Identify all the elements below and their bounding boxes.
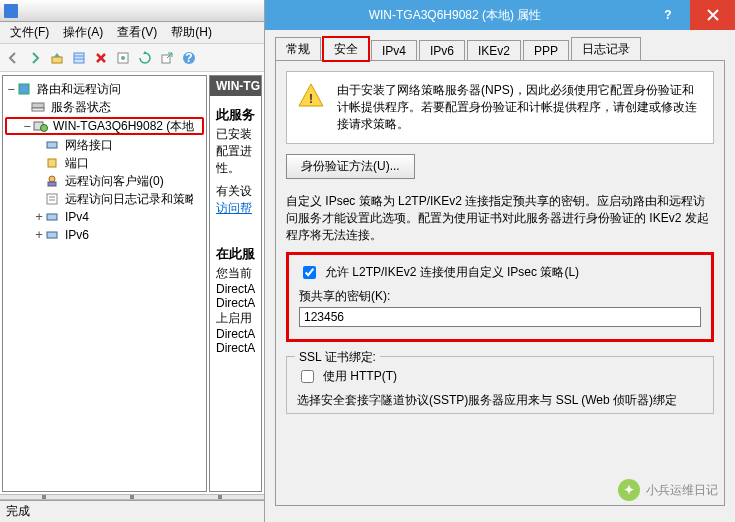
svg-rect-18 <box>47 194 57 204</box>
detail-line: DirectA <box>216 327 255 341</box>
tree-ipv6[interactable]: + IPv6 <box>5 226 204 244</box>
tree-server-status[interactable]: 服务器状态 <box>5 98 204 116</box>
tree-ras-clients[interactable]: 远程访问客户端(0) <box>5 172 204 190</box>
tree-label: IPv4 <box>63 210 91 224</box>
detail-pane: WIN-TG 此服务 已安装 配置进 性。 有关设 访问帮 在此服 您当前 Di… <box>209 75 262 492</box>
svg-rect-21 <box>47 214 57 220</box>
tab-panel-security: ! 由于安装了网络策略服务器(NPS)，因此必须使用它配置身份验证和计帐提供程序… <box>275 60 725 506</box>
mmc-window: 文件(F) 操作(A) 查看(V) 帮助(H) ? − 路由和远程访问 <box>0 0 265 522</box>
svg-rect-0 <box>52 57 62 63</box>
detail-title: WIN-TG <box>210 76 261 96</box>
detail-line: 性。 <box>216 160 255 177</box>
auth-methods-button[interactable]: 身份验证方法(U)... <box>286 154 415 179</box>
menu-file[interactable]: 文件(F) <box>4 22 55 43</box>
tab-ikev2[interactable]: IKEv2 <box>467 40 521 61</box>
detail-line: 您当前 <box>216 265 255 282</box>
svg-point-16 <box>49 176 55 182</box>
svg-rect-1 <box>74 53 84 63</box>
tab-logging[interactable]: 日志记录 <box>571 37 641 61</box>
properties-icon[interactable] <box>114 49 132 67</box>
tree-ports[interactable]: 端口 <box>5 154 204 172</box>
menu-help[interactable]: 帮助(H) <box>165 22 218 43</box>
tab-ppp[interactable]: PPP <box>523 40 569 61</box>
tree-label: 远程访问日志记录和策略 <box>63 191 193 208</box>
menu-view[interactable]: 查看(V) <box>111 22 163 43</box>
menu-action[interactable]: 操作(A) <box>57 22 109 43</box>
forward-icon[interactable] <box>26 49 44 67</box>
ssl-groupbox: SSL 证书绑定: 使用 HTTP(T) 选择安全套接字隧道协议(SSTP)服务… <box>286 356 714 414</box>
tree-label: 网络接口 <box>63 137 115 154</box>
delete-icon[interactable] <box>92 49 110 67</box>
close-button[interactable] <box>690 0 735 30</box>
ssl-desc: 选择安全套接字隧道协议(SSTP)服务器应用来与 SSL (Web 侦听器)绑定 <box>297 392 703 409</box>
export-icon[interactable] <box>158 49 176 67</box>
tab-security[interactable]: 安全 <box>323 37 369 61</box>
tab-ipv4[interactable]: IPv4 <box>371 40 417 61</box>
dialog-title: WIN-TGA3Q6H9082 (本地) 属性 <box>265 7 645 24</box>
up-icon[interactable] <box>48 49 66 67</box>
tree-label: 服务器状态 <box>49 99 113 116</box>
tab-strip: 常规 安全 IPv4 IPv6 IKEv2 PPP 日志记录 <box>275 36 725 60</box>
psk-input[interactable] <box>299 307 701 327</box>
detail-line: 已安装 <box>216 126 255 143</box>
svg-point-13 <box>41 125 48 132</box>
svg-rect-14 <box>47 142 57 148</box>
detail-line: 有关设 <box>216 183 255 200</box>
allow-custom-ipsec-checkbox[interactable] <box>303 266 316 279</box>
svg-point-5 <box>121 56 125 60</box>
svg-rect-17 <box>48 182 56 186</box>
tree-root-label: 路由和远程访问 <box>35 81 123 98</box>
svg-text:?: ? <box>664 8 671 22</box>
detail-link[interactable]: 访问帮 <box>216 201 252 215</box>
svg-rect-22 <box>47 232 57 238</box>
use-http-checkbox[interactable] <box>301 370 314 383</box>
use-http-label: 使用 HTTP(T) <box>323 368 397 385</box>
tree-pane: − 路由和远程访问 服务器状态 − WIN-TGA3Q6H9082 (本地 <box>2 75 207 492</box>
tree-ras-log[interactable]: 远程访问日志记录和策略 <box>5 190 204 208</box>
ipsec-desc: 自定义 IPsec 策略为 L2TP/IKEv2 连接指定预共享的密钥。应启动路… <box>286 193 714 244</box>
svg-rect-10 <box>32 103 44 108</box>
shield-warning-icon: ! <box>297 82 325 110</box>
tree-label: 远程访问客户端(0) <box>63 173 166 190</box>
tree-label: WIN-TGA3Q6H9082 (本地 <box>51 118 196 135</box>
tree-root[interactable]: − 路由和远程访问 <box>5 80 204 98</box>
detail-line: 上启用 <box>216 310 255 327</box>
allow-custom-ipsec-label: 允许 L2TP/IKEv2 连接使用自定义 IPsec 策略(L) <box>325 264 579 281</box>
tree-ipv4[interactable]: + IPv4 <box>5 208 204 226</box>
watermark-text: 小兵运维日记 <box>646 482 718 499</box>
tree-label: 端口 <box>63 155 91 172</box>
tab-ipv6[interactable]: IPv6 <box>419 40 465 61</box>
tree-net-if[interactable]: 网络接口 <box>5 136 204 154</box>
tab-general[interactable]: 常规 <box>275 37 321 61</box>
info-box: ! 由于安装了网络策略服务器(NPS)，因此必须使用它配置身份验证和计帐提供程序… <box>286 71 714 144</box>
detail-line: 配置进 <box>216 143 255 160</box>
ssl-legend: SSL 证书绑定: <box>295 349 380 366</box>
svg-rect-15 <box>48 159 56 167</box>
svg-rect-11 <box>32 108 44 111</box>
info-text: 由于安装了网络策略服务器(NPS)，因此必须使用它配置身份验证和计帐提供程序。若… <box>337 83 697 131</box>
mmc-titlebar <box>0 0 264 22</box>
svg-rect-9 <box>19 84 29 94</box>
svg-text:?: ? <box>185 51 192 65</box>
detail-h1: 此服务 <box>216 106 255 124</box>
watermark: ✦ 小兵运维日记 <box>618 479 718 501</box>
mmc-toolbar: ? <box>0 44 264 72</box>
help-icon[interactable]: ? <box>180 49 198 67</box>
wechat-icon: ✦ <box>618 479 640 501</box>
tree-label: IPv6 <box>63 228 91 242</box>
detail-line: DirectA <box>216 296 255 310</box>
app-icon <box>4 4 18 18</box>
ipsec-settings-highlight: 允许 L2TP/IKEv2 连接使用自定义 IPsec 策略(L) 预共享的密钥… <box>286 252 714 342</box>
properties-dialog: WIN-TGA3Q6H9082 (本地) 属性 ? 常规 安全 IPv4 IPv… <box>265 0 735 522</box>
list-icon[interactable] <box>70 49 88 67</box>
mmc-menubar: 文件(F) 操作(A) 查看(V) 帮助(H) <box>0 22 264 44</box>
help-button[interactable]: ? <box>645 0 690 30</box>
refresh-icon[interactable] <box>136 49 154 67</box>
dialog-titlebar: WIN-TGA3Q6H9082 (本地) 属性 ? <box>265 0 735 30</box>
back-icon[interactable] <box>4 49 22 67</box>
tree-server-node[interactable]: − WIN-TGA3Q6H9082 (本地 <box>5 117 204 135</box>
detail-line: DirectA <box>216 341 255 355</box>
detail-h2: 在此服 <box>216 245 255 263</box>
status-bar: 完成 <box>0 500 264 522</box>
detail-line: DirectA <box>216 282 255 296</box>
